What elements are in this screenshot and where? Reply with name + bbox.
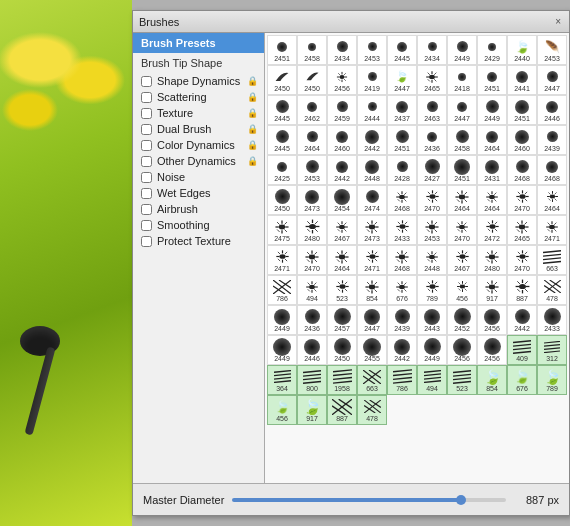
brush-cell[interactable]: 2450 (267, 185, 297, 215)
brush-cell[interactable]: 2427 (417, 155, 447, 185)
brush-cell[interactable]: 800 (297, 365, 327, 395)
brush-cell[interactable]: 🍃854 (477, 365, 507, 395)
brush-cell[interactable]: 2465 (417, 65, 447, 95)
brush-cell[interactable]: 789 (417, 275, 447, 305)
brush-cell[interactable]: 2471 (537, 215, 567, 245)
brush-cell[interactable]: 2464 (477, 185, 507, 215)
brush-cell[interactable]: 2451 (267, 35, 297, 65)
brush-cell[interactable]: 2468 (387, 245, 417, 275)
sidebar-item-airbrush[interactable]: Airbrush (133, 201, 264, 217)
brush-cell[interactable]: 2456 (477, 305, 507, 335)
brush-cell[interactable]: 2442 (357, 125, 387, 155)
brush-cell[interactable]: 2450 (327, 335, 357, 365)
brush-cell[interactable]: 2468 (507, 155, 537, 185)
brush-cell[interactable]: 2447 (537, 65, 567, 95)
brush-cell[interactable]: 🍃456 (267, 395, 297, 425)
brush-cell[interactable]: 🪶2453 (537, 35, 567, 65)
brush-cell[interactable]: 478 (357, 395, 387, 425)
brush-cell[interactable]: 2445 (387, 35, 417, 65)
brush-cell[interactable]: 2470 (447, 215, 477, 245)
noise-checkbox[interactable] (141, 172, 152, 183)
brush-cell[interactable]: 887 (507, 275, 537, 305)
brush-cell[interactable]: 364 (267, 365, 297, 395)
brush-cell[interactable]: 2463 (417, 95, 447, 125)
brush-cell[interactable]: 1958 (327, 365, 357, 395)
brush-cell[interactable]: 2436 (417, 125, 447, 155)
scattering-checkbox[interactable] (141, 92, 152, 103)
brush-cell[interactable]: 2442 (507, 305, 537, 335)
brush-cell[interactable]: 2451 (387, 125, 417, 155)
brush-cell[interactable]: 2451 (477, 65, 507, 95)
brush-cell[interactable]: 2447 (357, 305, 387, 335)
other-dynamics-checkbox[interactable] (141, 156, 152, 167)
airbrush-checkbox[interactable] (141, 204, 152, 215)
brush-cell[interactable]: 312 (537, 335, 567, 365)
brush-cell[interactable]: 2464 (447, 185, 477, 215)
brush-cell[interactable]: 2449 (477, 95, 507, 125)
brush-cell[interactable]: 2439 (537, 125, 567, 155)
brush-cell[interactable]: 🍃789 (537, 365, 567, 395)
brush-cell[interactable]: 2448 (357, 155, 387, 185)
brush-cell[interactable]: 2447 (447, 95, 477, 125)
brush-cell[interactable]: 2452 (447, 305, 477, 335)
brush-cell[interactable]: 2471 (267, 245, 297, 275)
brush-cell[interactable]: 2442 (327, 155, 357, 185)
brush-cell[interactable]: 2445 (267, 95, 297, 125)
brush-cell[interactable]: 2453 (417, 215, 447, 245)
sidebar-item-other-dynamics[interactable]: Other Dynamics 🔒 (133, 153, 264, 169)
brush-cell[interactable]: 2454 (327, 185, 357, 215)
brush-cell[interactable]: 2442 (387, 335, 417, 365)
sidebar-item-noise[interactable]: Noise (133, 169, 264, 185)
brush-cell[interactable]: 2428 (387, 155, 417, 185)
brush-cell[interactable]: 2439 (387, 305, 417, 335)
brush-cell[interactable]: 2449 (267, 305, 297, 335)
brush-cell[interactable]: 2433 (387, 215, 417, 245)
brush-cell[interactable]: 2456 (327, 65, 357, 95)
brush-cell[interactable]: 2446 (297, 335, 327, 365)
brush-cell[interactable]: 409 (507, 335, 537, 365)
brush-cell[interactable]: 494 (297, 275, 327, 305)
brush-cell[interactable]: 2433 (537, 305, 567, 335)
brush-cell[interactable]: 2443 (417, 305, 447, 335)
brush-cell[interactable]: 2470 (417, 185, 447, 215)
brush-cell[interactable]: 2451 (507, 95, 537, 125)
brush-cell[interactable]: 2437 (387, 95, 417, 125)
brush-cell[interactable]: 2449 (447, 35, 477, 65)
color-dynamics-checkbox[interactable] (141, 140, 152, 151)
brush-cell[interactable]: 2431 (477, 155, 507, 185)
brush-cell[interactable]: 2455 (357, 335, 387, 365)
brush-cell[interactable]: 2456 (447, 335, 477, 365)
sidebar-item-protect-texture[interactable]: Protect Texture (133, 233, 264, 249)
sidebar-item-scattering[interactable]: Scattering 🔒 (133, 89, 264, 105)
wet-edges-checkbox[interactable] (141, 188, 152, 199)
brush-cell[interactable]: 2473 (357, 215, 387, 245)
brush-cell[interactable]: 2460 (507, 125, 537, 155)
sidebar-item-shape-dynamics[interactable]: Shape Dynamics 🔒 (133, 73, 264, 89)
brush-cell[interactable]: 2425 (267, 155, 297, 185)
brush-cell[interactable]: 2446 (537, 95, 567, 125)
brush-cell[interactable]: 2474 (357, 185, 387, 215)
sidebar-item-texture[interactable]: Texture 🔒 (133, 105, 264, 121)
brush-cell[interactable]: 🍃917 (297, 395, 327, 425)
sidebar-brush-tip-shape[interactable]: Brush Tip Shape (133, 53, 264, 73)
brush-cell[interactable]: 2473 (297, 185, 327, 215)
brush-cell[interactable]: 2456 (477, 335, 507, 365)
brush-cell[interactable]: 854 (357, 275, 387, 305)
brush-cell[interactable]: 2470 (507, 245, 537, 275)
brush-cell[interactable]: 2457 (327, 305, 357, 335)
panel-close-button[interactable]: × (553, 16, 563, 27)
brush-cell[interactable]: 2458 (447, 125, 477, 155)
sidebar-brush-presets[interactable]: Brush Presets (133, 33, 264, 53)
brush-cell[interactable]: 2470 (297, 245, 327, 275)
brush-cell[interactable]: 887 (327, 395, 357, 425)
brush-cell[interactable]: 2475 (267, 215, 297, 245)
brush-cell[interactable]: 2468 (537, 155, 567, 185)
brush-cell[interactable]: 2434 (417, 35, 447, 65)
brush-cell[interactable]: 2462 (297, 95, 327, 125)
brush-cell[interactable]: 523 (447, 365, 477, 395)
brush-cell[interactable]: 663 (357, 365, 387, 395)
brush-cell[interactable]: 2467 (327, 215, 357, 245)
brush-cell[interactable]: 2464 (297, 125, 327, 155)
sidebar-item-dual-brush[interactable]: Dual Brush 🔒 (133, 121, 264, 137)
brush-cell[interactable]: 2436 (297, 305, 327, 335)
